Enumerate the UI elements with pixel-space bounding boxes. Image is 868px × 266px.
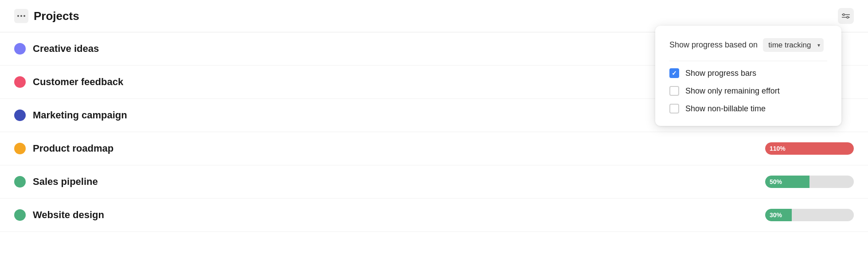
header-left: Projects: [14, 9, 79, 23]
project-color-dot: [14, 143, 26, 154]
project-row[interactable]: Website design 30%: [0, 199, 868, 232]
svg-point-0: [843, 14, 845, 16]
project-name: Marketing campaign: [33, 110, 127, 121]
filter-icon[interactable]: [838, 8, 854, 24]
checkbox-label-progress-bars: Show progress bars: [685, 69, 756, 78]
progress-bar-wrapper: 50%: [765, 176, 854, 188]
project-color-dot: [14, 43, 26, 55]
project-color-dot: [14, 176, 26, 188]
show-progress-row: Show progress based on time tracking tas…: [669, 38, 827, 52]
progress-label: 110%: [770, 145, 786, 152]
show-progress-label: Show progress based on: [669, 40, 758, 50]
progress-bar-wrapper: 110%: [765, 142, 854, 155]
progress-bar-wrapper: 30%: [765, 209, 854, 221]
project-name: Creative ideas: [33, 43, 99, 55]
checkbox-row-progress-bars[interactable]: Show progress bars: [669, 68, 827, 78]
project-name: Sales pipeline: [33, 176, 98, 188]
project-name: Website design: [33, 209, 104, 221]
project-left: Product roadmap: [14, 143, 113, 154]
project-left: Creative ideas: [14, 43, 99, 55]
main-container: Projects Creative ideas C: [0, 0, 868, 266]
dot2: [20, 15, 22, 17]
tracking-select[interactable]: time tracking task count story points: [763, 38, 824, 52]
dot1: [17, 15, 19, 17]
checkbox-row-remaining-effort[interactable]: Show only remaining effort: [669, 86, 827, 96]
project-left: Website design: [14, 209, 104, 221]
project-left: Sales pipeline: [14, 176, 98, 188]
checkbox-label-non-billable: Show non-billable time: [685, 104, 766, 113]
project-progress: 30%: [765, 209, 854, 221]
project-progress: 50%: [765, 176, 854, 188]
checkbox-show-progress-bars[interactable]: [669, 68, 679, 78]
project-row[interactable]: Sales pipeline 50%: [0, 165, 868, 199]
dropdown-panel: Show progress based on time tracking tas…: [655, 26, 841, 126]
checkbox-label-remaining-effort: Show only remaining effort: [685, 86, 780, 96]
project-name: Product roadmap: [33, 143, 113, 154]
checkbox-row-non-billable[interactable]: Show non-billable time: [669, 104, 827, 113]
progress-label: 30%: [770, 211, 782, 219]
project-color-dot: [14, 209, 26, 221]
page-title: Projects: [34, 9, 79, 23]
project-name: Customer feedback: [33, 76, 123, 88]
checkbox-remaining-effort[interactable]: [669, 86, 679, 96]
progress-label: 50%: [770, 178, 782, 185]
tracking-select-wrapper[interactable]: time tracking task count story points: [763, 38, 824, 52]
project-row[interactable]: Product roadmap 110%: [0, 132, 868, 165]
project-color-dot: [14, 76, 26, 88]
project-progress: 110%: [765, 142, 854, 155]
project-left: Marketing campaign: [14, 110, 127, 121]
dot3: [23, 15, 25, 17]
project-color-dot: [14, 110, 26, 121]
divider: [669, 61, 827, 61]
svg-point-3: [847, 16, 848, 18]
dots-menu-icon[interactable]: [14, 9, 28, 23]
filter-svg: [841, 12, 850, 20]
checkbox-non-billable[interactable]: [669, 104, 679, 113]
project-left: Customer feedback: [14, 76, 123, 88]
